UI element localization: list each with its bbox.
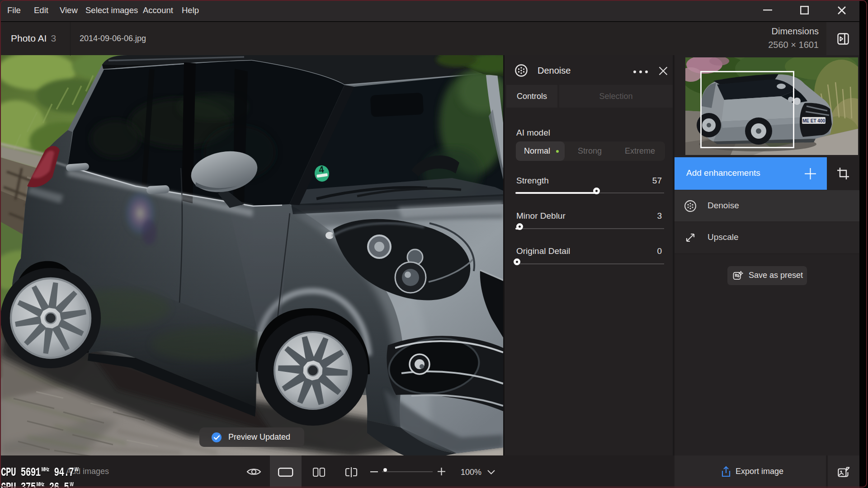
svg-text:ME ET 400: ME ET 400: [802, 118, 825, 123]
